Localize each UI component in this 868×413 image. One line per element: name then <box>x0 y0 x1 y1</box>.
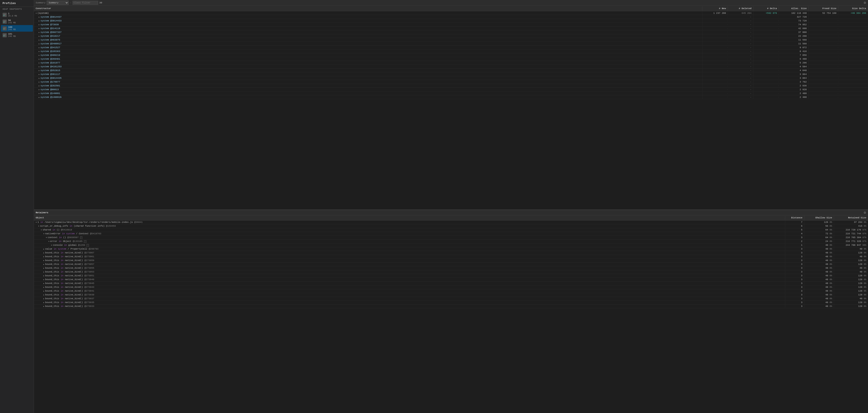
expand-arrow[interactable] <box>39 85 40 87</box>
expand-arrow[interactable] <box>43 260 44 261</box>
expand-arrow[interactable] <box>39 70 40 71</box>
table-row[interactable]: system @282501 · 2 936 <box>34 84 868 88</box>
snapshot-item[interactable]: 101 246 MB <box>1 32 33 38</box>
expand-arrow[interactable] <box>43 283 44 284</box>
table-row[interactable]: system @3014437 · 327 720 <box>34 15 868 19</box>
expand-arrow[interactable] <box>43 275 44 277</box>
expand-arrow[interactable] <box>43 279 44 281</box>
expand-arrow[interactable] <box>39 31 40 33</box>
expand-arrow[interactable] <box>39 96 40 98</box>
table-row[interactable]: (system) 1 237 280 645 204 +592 076 102 … <box>34 11 868 15</box>
expand-arrow[interactable] <box>43 256 44 258</box>
expand-arrow[interactable] <box>39 24 40 26</box>
table-row[interactable]: system @352815 · 4 048 <box>34 68 868 72</box>
expand-arrow[interactable] <box>39 62 40 64</box>
expand-arrow[interactable] <box>39 47 40 49</box>
ret-row[interactable]: nativeError in system / Context @5419763… <box>34 232 868 236</box>
table-row[interactable]: system @3014433 · 73 720 <box>34 19 868 23</box>
expand-arrow[interactable] <box>39 51 40 53</box>
expand-arrow[interactable] <box>39 58 40 60</box>
expand-arrow[interactable] <box>39 73 40 75</box>
table-row[interactable]: system @73939 · 74 952 <box>34 23 868 27</box>
expand-arrow[interactable] <box>39 93 40 94</box>
expand-arrow[interactable] <box>43 267 44 269</box>
table-row[interactable]: system @195363 · 8 416 <box>34 50 868 53</box>
expand-arrow[interactable] <box>51 244 52 246</box>
ret-row[interactable]: bound_this in native_bind() @273961 3 48… <box>34 255 868 259</box>
table-row[interactable]: system @361117 · 3 864 <box>34 72 868 76</box>
ret-row[interactable]: bound_this in native_bind() @273967 3 48… <box>34 251 868 255</box>
expand-arrow[interactable] <box>49 241 50 242</box>
expand-arrow[interactable] <box>43 271 44 273</box>
table-row[interactable]: system @3480917 · 11 568 <box>34 42 868 45</box>
settings-icon-button[interactable]: ⚙ <box>864 1 866 4</box>
ret-row[interactable]: bound_this in native_bind() @273933 3 48… <box>34 305 868 308</box>
ret-row[interactable]: bound_this in native_bind() @273953 3 48… <box>34 270 868 274</box>
expand-arrow[interactable] <box>43 290 44 292</box>
expand-arrow[interactable] <box>43 263 44 265</box>
expand-arrow[interactable] <box>43 294 44 296</box>
expand-arrow[interactable] <box>39 16 40 18</box>
table-row[interactable]: system @86013 · 2 928 <box>34 88 868 92</box>
expand-arrow[interactable] <box>36 221 37 223</box>
expand-arrow[interactable] <box>39 28 40 30</box>
ret-row[interactable]: shared in () @5416019 5 64 0% 216 720 17… <box>34 228 868 232</box>
ret-row[interactable]: bound_this in native_bind() @273945 3 48… <box>34 282 868 285</box>
ret-row[interactable]: context in () @3036597 □ 3 64 0% 216 765… <box>34 236 868 240</box>
summary-select[interactable]: Summary Comparison Containment Statistic… <box>47 1 69 5</box>
expand-arrow[interactable] <box>39 81 40 83</box>
expand-arrow[interactable] <box>43 248 44 250</box>
ret-row[interactable]: bound_this in native_bind() @273949 3 48… <box>34 278 868 282</box>
table-row[interactable]: system @4181253 · 4 584 <box>34 65 868 68</box>
ret-row[interactable]: bound_this in native_bind() @273959 3 48… <box>34 259 868 262</box>
expand-arrow[interactable] <box>39 35 40 37</box>
expand-arrow[interactable] <box>43 252 44 254</box>
ret-row[interactable]: script_or_debug_info in (shared function… <box>34 224 868 228</box>
table-row[interactable]: system @418217 · 22 208 <box>34 34 868 38</box>
expand-arrow[interactable] <box>41 229 42 231</box>
expand-arrow[interactable] <box>43 306 44 307</box>
expand-arrow[interactable] <box>39 20 40 22</box>
expand-arrow[interactable] <box>46 236 47 239</box>
table-row[interactable]: system @409219 · 7 056 <box>34 53 868 57</box>
table-row[interactable]: system @269481 · 6 480 <box>34 57 868 61</box>
expand-arrow[interactable] <box>39 89 40 91</box>
retainers-settings-button[interactable]: ⚙ <box>864 211 866 214</box>
expand-arrow[interactable] <box>39 39 40 41</box>
table-row[interactable]: system @101977 · 5 296 <box>34 61 868 65</box>
ret-row[interactable]: bound_this in native_bind() @273943 3 48… <box>34 285 868 289</box>
ret-row[interactable]: bound_this in native_bind() @273939 3 48… <box>34 293 868 297</box>
ret-row[interactable]: bound_this in native_bind() @273957 3 48… <box>34 262 868 266</box>
ret-row[interactable]: bound_this in native_bind() @273935 3 48… <box>34 301 868 305</box>
table-row[interactable]: system @149091b · 2 400 <box>34 95 868 99</box>
ret-row[interactable]: value in system / PropertyCell @260793 3… <box>34 247 868 251</box>
ret-row[interactable]: 1 in /Users/sigmaliu/dev/desktop/tsr-ren… <box>34 221 868 224</box>
ret-row[interactable]: bound_this in native_bind() @273937 3 48… <box>34 297 868 301</box>
table-row[interactable]: system @314119 · 42 600 <box>34 27 868 30</box>
ret-row[interactable]: bound_this in native_bind() @273951 3 48… <box>34 274 868 278</box>
table-row[interactable]: system @463975 · 11 568 <box>34 38 868 42</box>
expand-arrow[interactable] <box>39 66 40 68</box>
ret-row[interactable]: bound_this in native_bind() @273955 3 48… <box>34 266 868 270</box>
table-row[interactable]: system @149091 · 2 480 <box>34 92 868 95</box>
expand-arrow[interactable] <box>39 77 40 79</box>
expand-arrow[interactable] <box>39 54 40 56</box>
table-row[interactable]: system @341527 · 9 872 <box>34 45 868 50</box>
ret-row[interactable]: bound_this in native_bind() @273941 3 48… <box>34 289 868 293</box>
snapshot-item[interactable]: 50 143 MB <box>1 18 33 25</box>
ret-row[interactable]: console in global @1269 □ 1 40 0% 244 78… <box>34 244 868 247</box>
ret-row[interactable]: error in Object @133105 □ 2 24 0% 216 77… <box>34 240 868 244</box>
expand-arrow[interactable] <box>43 298 44 300</box>
expand-arrow[interactable] <box>39 43 40 45</box>
expand-arrow[interactable] <box>36 12 37 14</box>
table-row[interactable]: system @178977 · 3 792 <box>34 80 868 84</box>
expand-arrow[interactable] <box>43 233 44 235</box>
expand-arrow[interactable] <box>43 286 44 288</box>
expand-arrow[interactable] <box>38 225 39 227</box>
snapshot-item[interactable]: 100 249 MB <box>1 25 33 32</box>
snapshot-item[interactable]: 1 35.0 MB <box>1 11 33 18</box>
expand-arrow[interactable] <box>43 301 44 304</box>
table-row[interactable]: system @3667337 · 37 000 <box>34 30 868 34</box>
class-filter-input[interactable] <box>73 1 98 5</box>
table-row[interactable]: system @3014435 · 3 864 <box>34 76 868 80</box>
